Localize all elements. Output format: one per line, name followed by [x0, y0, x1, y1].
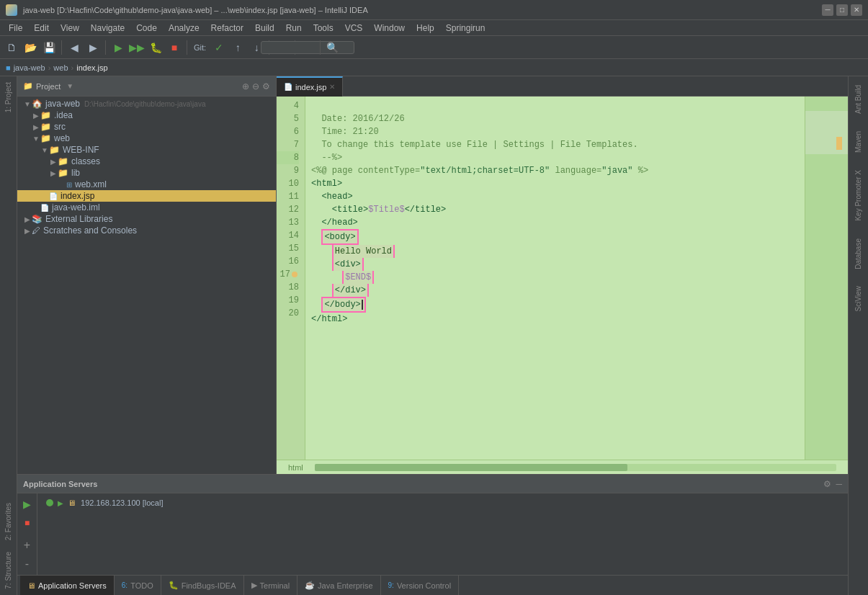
bottom-tab-app-servers[interactable]: 🖥 Application Servers — [20, 576, 115, 596]
line-num-18: 18 — [277, 281, 299, 294]
project-collapse-icon[interactable]: ⊖ — [252, 81, 259, 91]
tree-item-lib[interactable]: ▶ 📁 lib — [17, 167, 276, 179]
tree-item-web[interactable]: ▼ 📁 web — [17, 133, 276, 144]
server-start-button[interactable]: ▶ — [19, 496, 35, 512]
menu-analyze[interactable]: Analyze — [163, 22, 205, 35]
editor-tabs: 📄 index.jsp ✕ — [277, 76, 848, 97]
editor-scrollbar-h[interactable] — [315, 464, 836, 471]
run-button[interactable]: ▶▶ — [128, 39, 146, 56]
breadcrumb-java-web[interactable]: java-web — [14, 63, 45, 72]
tree-arrow-scratches: ▶ — [23, 227, 32, 235]
tree-arrow-web: ▼ — [32, 135, 40, 143]
tree-item-webinf[interactable]: ▼ 📁 WEB-INF — [17, 144, 276, 156]
new-file-button[interactable]: 🗋 — [3, 39, 20, 56]
server-remove-button[interactable]: - — [19, 556, 35, 572]
tree-item-indexjsp[interactable]: 📄 index.jsp — [17, 190, 276, 202]
terminal-tab-label: Terminal — [260, 581, 290, 590]
bottom-panel-header: Application Servers ⚙ ─ — [17, 475, 848, 493]
bookmark-marker — [836, 137, 842, 150]
menu-code[interactable]: Code — [130, 22, 163, 35]
collapse-panel-icon[interactable]: ─ — [836, 479, 842, 489]
tree-item-iml[interactable]: 📄 java-web.iml — [17, 202, 276, 213]
tree-item-java-web[interactable]: ▼ 🏠 java-web D:\Hacfin\Code\github\demo-… — [17, 98, 276, 109]
save-button[interactable]: 💾 — [40, 39, 58, 56]
tree-arrow-webinf: ▼ — [40, 146, 49, 154]
folder-icon-extlibs: 📚 — [32, 214, 42, 224]
menu-edit[interactable]: Edit — [28, 22, 55, 35]
server-stop-button[interactable]: ■ — [19, 515, 35, 531]
menu-refactor[interactable]: Refactor — [205, 22, 249, 35]
tree-item-webxml[interactable]: ⊞ web.xml — [17, 179, 276, 190]
tree-item-classes[interactable]: ▶ 📁 classes — [17, 156, 276, 167]
right-panel-maven[interactable]: Maven — [851, 125, 865, 158]
stop-button[interactable]: ■ — [166, 39, 183, 56]
line-num-16: 16 — [277, 255, 299, 268]
menu-help[interactable]: Help — [411, 22, 440, 35]
tree-item-scratches[interactable]: ▶ 🖊 Scratches and Consoles — [17, 225, 276, 236]
bottom-tab-terminal[interactable]: ▶ Terminal — [244, 576, 298, 596]
breadcrumb-index-jsp[interactable]: index.jsp — [76, 63, 107, 72]
tree-item-idea[interactable]: ▶ 📁 .idea — [17, 109, 276, 121]
left-tab-project[interactable]: 1: Project — [1, 76, 15, 118]
server-add-button[interactable]: + — [19, 537, 35, 553]
git-update-button[interactable]: ✓ — [210, 39, 228, 56]
breadcrumb-web[interactable]: web — [53, 63, 68, 72]
menu-run[interactable]: Run — [280, 22, 308, 35]
app-servers-tab-icon: 🖥 — [27, 581, 35, 590]
project-dropdown-icon[interactable]: ▼ — [66, 82, 73, 90]
build-button[interactable]: ▶ — [109, 39, 127, 56]
menu-tools[interactable]: Tools — [308, 22, 339, 35]
right-panel-key-promoter[interactable]: Key Promoter X — [851, 164, 865, 227]
menu-navigate[interactable]: Navigate — [85, 22, 130, 35]
menu-window[interactable]: Window — [368, 22, 411, 35]
breadcrumb-project[interactable]: ■ — [6, 63, 11, 72]
tree-item-src[interactable]: ▶ 📁 src — [17, 121, 276, 133]
git-push-button[interactable]: ↑ — [229, 39, 246, 56]
left-tabs: 1: Project 2: Favorites 7: Structure — [0, 76, 17, 595]
menu-view[interactable]: View — [55, 22, 85, 35]
run-config-dropdown[interactable]: 192.168.123.100 — [299, 39, 316, 56]
bottom-tab-todo[interactable]: 6: TODO — [115, 576, 161, 596]
menu-file[interactable]: File — [3, 22, 28, 35]
folder-icon-webinf: 📁 — [49, 145, 60, 155]
left-tab-structure[interactable]: 7: Structure — [1, 546, 15, 595]
code-editor[interactable]: Date: 2016/12/26 Time: 21:20 To change t… — [305, 97, 805, 460]
maximize-button[interactable]: □ — [836, 4, 848, 16]
bottom-tab-vcs[interactable]: 9: Version Control — [381, 576, 460, 596]
line-num-9: 9 — [277, 164, 299, 177]
back-button[interactable]: ◀ — [66, 39, 83, 56]
right-panel-ant-build[interactable]: Ant Build — [851, 79, 865, 120]
close-button[interactable]: ✕ — [851, 4, 862, 16]
menu-springirun[interactable]: Springirun — [440, 22, 491, 35]
menu-build[interactable]: Build — [249, 22, 280, 35]
left-tab-favorites[interactable]: 2: Favorites — [1, 497, 15, 546]
bottom-tab-java-enterprise[interactable]: ☕ Java Enterprise — [297, 576, 380, 596]
folder-icon-src: 📁 — [40, 122, 51, 132]
debug-button[interactable]: 🐛 — [147, 39, 164, 56]
project-settings-icon[interactable]: ⚙ — [262, 81, 270, 91]
menu-vcs[interactable]: VCS — [339, 22, 369, 35]
minimize-button[interactable]: ─ — [822, 4, 833, 16]
bottom-tab-findbugs[interactable]: 🐛 FindBugs-IDEA — [161, 576, 244, 596]
settings-icon[interactable]: ⚙ — [823, 479, 831, 489]
project-icon: 📁 — [23, 81, 33, 91]
right-panel-sciview[interactable]: SciView — [851, 280, 865, 317]
search-button[interactable]: 🔍 — [324, 39, 341, 56]
line-numbers: 4 5 6 7 8 9 10 11 12 13 14 15 16 17 — [277, 97, 305, 460]
toolbar-separator-2 — [105, 40, 106, 55]
tab-close-index-jsp[interactable]: ✕ — [329, 83, 335, 91]
line-num-14: 14 — [277, 229, 299, 242]
open-button[interactable]: 📂 — [22, 39, 39, 56]
code-line-19: </html> — [311, 314, 347, 324]
forward-button[interactable]: ▶ — [84, 39, 102, 56]
tree-path-java-web: D:\Hacfin\Code\github\demo-java\java — [84, 100, 205, 108]
server-item-local[interactable]: ▶ 🖥 192.168.123.100 [local] — [40, 496, 845, 509]
tab-index-jsp[interactable]: 📄 index.jsp ✕ — [277, 76, 343, 97]
right-panel-database[interactable]: Database — [851, 233, 865, 275]
tree-item-extlibs[interactable]: ▶ 📚 External Libraries — [17, 213, 276, 225]
server-icon: 🖥 — [68, 498, 76, 507]
outer-wrap: 1: Project 2: Favorites 7: Structure 📁 P… — [0, 76, 868, 595]
toolbar-separator-1 — [61, 40, 62, 55]
project-locate-icon[interactable]: ⊕ — [242, 81, 249, 91]
right-panels: Ant Build Maven Key Promoter X Database … — [848, 76, 868, 595]
